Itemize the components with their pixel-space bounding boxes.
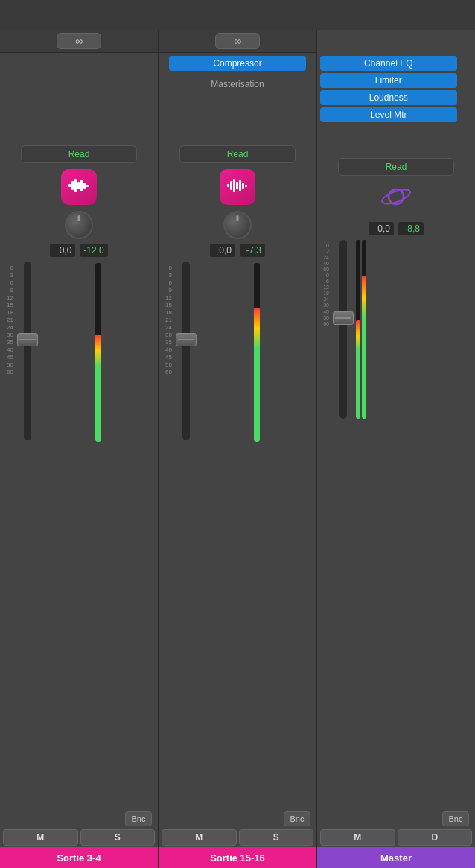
- svg-rect-3: [77, 182, 80, 189]
- channel-master: ∞ Channel EQ Limiter Loudness Level Mtr …: [317, 30, 475, 868]
- msd-row-2: M S: [159, 828, 316, 847]
- msd-row-1: M S: [0, 828, 158, 847]
- loudness-plugin-button[interactable]: Loudness: [320, 90, 457, 105]
- level-bar-1: [95, 335, 101, 442]
- mute-button-3[interactable]: M: [320, 829, 395, 846]
- svg-rect-11: [239, 180, 241, 191]
- knob-row-1: [0, 208, 158, 242]
- waveform-icon-1: [68, 177, 89, 198]
- knob-row-2: [159, 208, 316, 242]
- scale-2: 03691215182124303540455060: [160, 262, 173, 376]
- svg-rect-10: [236, 182, 238, 189]
- svg-rect-4: [80, 180, 83, 191]
- bnc-button-3[interactable]: Bnc: [442, 811, 469, 826]
- level-meter-2: [254, 263, 260, 442]
- plugin-list-master: Channel EQ Limiter Loudness Level Mtr: [317, 53, 475, 125]
- fader-handle-3[interactable]: [333, 311, 354, 325]
- fader-section-2: 03691215182124303540455060: [159, 259, 316, 810]
- pan-knob-2[interactable]: [223, 211, 252, 239]
- svg-rect-5: [83, 183, 86, 189]
- fader-handle-1[interactable]: [17, 333, 38, 346]
- fader-handle-2[interactable]: [176, 333, 197, 346]
- masterisation-label: Masterisation: [211, 79, 264, 89]
- svg-rect-12: [242, 183, 244, 189]
- val-pan-2: 0,0: [210, 244, 235, 257]
- fx-row-3: [317, 179, 475, 221]
- level-meter-master-r: [362, 240, 366, 419]
- fader-rail-1: [24, 262, 31, 440]
- channel-label-1: Sortie 3-4: [0, 847, 158, 868]
- read-button-2[interactable]: Read: [179, 145, 296, 163]
- fader-1: [16, 262, 39, 440]
- plugin-area-1: [0, 53, 158, 142]
- read-button-1[interactable]: Read: [21, 145, 138, 163]
- fader-rail-2: [182, 262, 190, 440]
- bnc-row-3: Bnc: [317, 810, 475, 828]
- pan-knob-1[interactable]: [65, 211, 93, 239]
- saturn-icon: [378, 179, 414, 221]
- mute-button-2[interactable]: M: [162, 829, 237, 846]
- link-icon-2: ∞: [234, 35, 241, 47]
- read-row-1: Read: [0, 142, 158, 166]
- level-bar-master-r: [362, 276, 366, 419]
- value-row-3: 0,0 -8,8: [317, 221, 475, 237]
- read-row-3: Read: [317, 155, 475, 179]
- fader-3: [332, 240, 354, 419]
- link-row-2: ∞: [159, 30, 316, 53]
- channel-label-3: Master: [317, 847, 475, 868]
- bnc-button-2[interactable]: Bnc: [284, 811, 310, 826]
- value-row-2: 0,0 -7,3: [159, 242, 316, 259]
- channel-label-2: Sortie 15-16: [159, 847, 316, 868]
- level-bar-2: [254, 308, 260, 442]
- fx-row-2: [159, 166, 316, 208]
- level-bar-master-l: [356, 320, 360, 419]
- msd-row-3: M D: [317, 828, 475, 847]
- channel-sortie-3-4: ∞ Read: [0, 30, 159, 868]
- link-button-1[interactable]: ∞: [57, 33, 101, 49]
- svg-rect-1: [71, 181, 74, 190]
- waveform-fx-button-1[interactable]: [61, 169, 97, 205]
- scale-3: 0122440600612182430405060: [319, 240, 331, 327]
- svg-rect-13: [245, 185, 247, 187]
- read-button-3[interactable]: Read: [338, 158, 455, 176]
- compressor-plugin-button[interactable]: Compressor: [169, 56, 306, 71]
- level-mtr-plugin-button[interactable]: Level Mtr: [320, 107, 457, 122]
- svg-rect-9: [233, 179, 235, 192]
- mixer-container: ∞ Read: [0, 30, 475, 868]
- link-row-1: ∞: [0, 30, 158, 53]
- val-pan-1: 0,0: [50, 244, 75, 257]
- scale-1: 03691215182124303540455060: [1, 262, 15, 376]
- fader-section-1: 03691215182124303540455060: [0, 259, 158, 810]
- mute-button-1[interactable]: M: [3, 829, 78, 846]
- fader-rail-3: [339, 240, 347, 419]
- svg-rect-6: [86, 185, 89, 187]
- waveform-icon-2: [227, 177, 248, 198]
- bnc-button-1[interactable]: Bnc: [125, 811, 152, 826]
- level-meter-1: [95, 263, 101, 442]
- svg-rect-0: [68, 184, 71, 187]
- val-level-1: -12,0: [80, 244, 107, 257]
- level-meter-master-l: [356, 240, 360, 419]
- limiter-plugin-button[interactable]: Limiter: [320, 73, 457, 88]
- link-button-2[interactable]: ∞: [215, 33, 260, 49]
- read-row-2: Read: [159, 142, 316, 166]
- val-level-3: -8,8: [398, 222, 424, 235]
- plugin-area-2: Compressor Masterisation: [159, 53, 316, 142]
- fx-row-1: [0, 166, 158, 208]
- solo-button-2[interactable]: S: [239, 829, 314, 846]
- d-button-3[interactable]: D: [398, 829, 473, 846]
- bnc-row-2: Bnc: [159, 810, 316, 828]
- channel-eq-plugin-button[interactable]: Channel EQ: [320, 56, 457, 71]
- fader-section-3: 0122440600612182430405060: [317, 237, 475, 810]
- svg-rect-8: [230, 181, 232, 190]
- value-row-1: 0,0 -12,0: [0, 242, 158, 259]
- saturn-fx-button[interactable]: [378, 182, 414, 218]
- waveform-fx-button-2[interactable]: [220, 169, 255, 205]
- link-icon-1: ∞: [75, 35, 83, 47]
- svg-rect-7: [227, 184, 229, 187]
- level-meter-master: [356, 240, 366, 419]
- fader-2: [175, 262, 197, 440]
- svg-rect-2: [74, 179, 77, 192]
- val-level-2: -7,3: [240, 244, 265, 257]
- solo-button-1[interactable]: S: [80, 829, 156, 846]
